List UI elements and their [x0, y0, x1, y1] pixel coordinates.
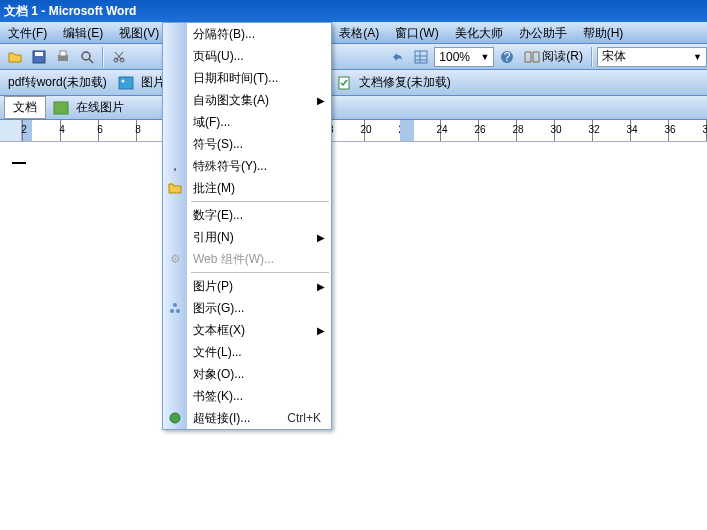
- svg-point-21: [170, 309, 174, 313]
- insert-menu-dropdown: 分隔符(B)... 页码(U)... 日期和时间(T)... 自动图文集(A)▶…: [162, 22, 332, 430]
- menu-object[interactable]: 对象(O)...: [163, 363, 331, 385]
- toolbar-main: 100% ▼ ? 阅读(R) 宋体 ▼: [0, 44, 707, 70]
- onlinepic-label[interactable]: 在线图片: [76, 99, 124, 116]
- svg-rect-19: [54, 102, 68, 114]
- svg-point-17: [121, 79, 124, 82]
- svg-rect-10: [415, 51, 427, 63]
- svg-line-8: [116, 52, 123, 60]
- title-text: 文档 1 - Microsoft Word: [4, 4, 136, 18]
- toolbar-tabs: 文档 在线图片: [0, 96, 707, 120]
- svg-rect-16: [119, 77, 133, 89]
- menu-table[interactable]: 表格(A): [331, 22, 387, 44]
- doc-tab[interactable]: 文档: [4, 96, 46, 119]
- pic-icon[interactable]: [115, 72, 137, 94]
- menu-comment[interactable]: 批注(M): [163, 177, 331, 199]
- menu-file[interactable]: 文件(L)...: [163, 341, 331, 363]
- zoom-value: 100%: [439, 50, 470, 64]
- table-icon[interactable]: [410, 46, 432, 68]
- menu-bookmark[interactable]: 书签(K)...: [163, 385, 331, 407]
- svg-rect-3: [60, 51, 66, 56]
- shortcut-text: Ctrl+K: [287, 411, 321, 425]
- svg-point-4: [82, 52, 90, 60]
- menu-beautify[interactable]: 美化大师: [447, 22, 511, 44]
- menu-webcomp: ⚙Web 组件(W)...: [163, 248, 331, 270]
- menu-office[interactable]: 办公助手: [511, 22, 575, 44]
- doc-tab-label: 文档: [13, 99, 37, 116]
- menu-autotext[interactable]: 自动图文集(A)▶: [163, 89, 331, 111]
- docfix-label[interactable]: 文档修复(未加载): [359, 74, 451, 91]
- folder-icon: [166, 179, 184, 197]
- menu-reference[interactable]: 引用(N)▶: [163, 226, 331, 248]
- text-cursor: [12, 162, 26, 164]
- menu-edit[interactable]: 编辑(E): [55, 22, 111, 44]
- save-icon[interactable]: [28, 46, 50, 68]
- submenu-arrow-icon: ▶: [317, 281, 325, 292]
- gear-icon: ⚙: [166, 250, 184, 268]
- separator: [591, 47, 593, 67]
- open-icon[interactable]: [4, 46, 26, 68]
- menu-pagenum[interactable]: 页码(U)...: [163, 45, 331, 67]
- svg-rect-1: [35, 52, 43, 56]
- menu-view[interactable]: 视图(V): [111, 22, 167, 44]
- ruler-corner: [0, 120, 22, 142]
- menu-file[interactable]: 文件(F): [0, 22, 55, 44]
- reading-label: 阅读(R): [542, 48, 583, 65]
- print-icon[interactable]: [52, 46, 74, 68]
- comma-icon: ，: [166, 157, 184, 175]
- font-select[interactable]: 宋体 ▼: [597, 47, 707, 67]
- svg-point-23: [170, 413, 180, 423]
- reading-mode[interactable]: 阅读(R): [520, 48, 587, 65]
- dropdown-arrow-icon: ▼: [693, 52, 702, 62]
- menu-datetime[interactable]: 日期和时间(T)...: [163, 67, 331, 89]
- menu-separator: [191, 272, 329, 273]
- menu-separator: [191, 201, 329, 202]
- menu-symbol[interactable]: 符号(S)...: [163, 133, 331, 155]
- svg-point-20: [173, 303, 177, 307]
- menu-break[interactable]: 分隔符(B)...: [163, 23, 331, 45]
- ruler-area: [0, 120, 707, 142]
- help-icon[interactable]: ?: [496, 46, 518, 68]
- menu-picture[interactable]: 图片(P)▶: [163, 275, 331, 297]
- horizontal-ruler[interactable]: [22, 120, 707, 142]
- globe-link-icon: [166, 409, 184, 427]
- onlinepic-icon[interactable]: [50, 97, 72, 119]
- svg-point-22: [176, 309, 180, 313]
- docfix-icon[interactable]: [333, 72, 355, 94]
- menu-help[interactable]: 帮助(H): [575, 22, 632, 44]
- submenu-arrow-icon: ▶: [317, 95, 325, 106]
- menu-hyperlink[interactable]: 超链接(I)...Ctrl+K: [163, 407, 331, 429]
- dropdown-arrow-icon: ▼: [480, 52, 489, 62]
- menu-number[interactable]: 数字(E)...: [163, 204, 331, 226]
- font-value: 宋体: [602, 48, 626, 65]
- ruler-margin-right: [400, 120, 414, 142]
- menu-bar: 文件(F) 编辑(E) 视图(V) 插入(I) 格式(O) 工具(T) 表格(A…: [0, 22, 707, 44]
- undo-icon[interactable]: [386, 46, 408, 68]
- book-icon: [524, 51, 540, 63]
- cut-icon[interactable]: [108, 46, 130, 68]
- toolbar-addins: pdf转word(未加载) 图片 文档修复(未加载): [0, 70, 707, 96]
- separator: [102, 47, 104, 67]
- preview-icon[interactable]: [76, 46, 98, 68]
- svg-line-9: [115, 52, 122, 60]
- menu-special[interactable]: ，特殊符号(Y)...: [163, 155, 331, 177]
- diagram-icon: [166, 299, 184, 317]
- menu-textbox[interactable]: 文本框(X)▶: [163, 319, 331, 341]
- title-bar: 文档 1 - Microsoft Word: [0, 0, 707, 22]
- svg-text:?: ?: [504, 50, 511, 64]
- submenu-arrow-icon: ▶: [317, 325, 325, 336]
- submenu-arrow-icon: ▶: [317, 232, 325, 243]
- zoom-select[interactable]: 100% ▼: [434, 47, 494, 67]
- menu-field[interactable]: 域(F)...: [163, 111, 331, 133]
- menu-diagram[interactable]: 图示(G)...: [163, 297, 331, 319]
- svg-line-5: [89, 59, 93, 63]
- menu-window[interactable]: 窗口(W): [387, 22, 446, 44]
- pdf-convert[interactable]: pdf转word(未加载): [4, 74, 111, 91]
- document-area[interactable]: [0, 142, 707, 530]
